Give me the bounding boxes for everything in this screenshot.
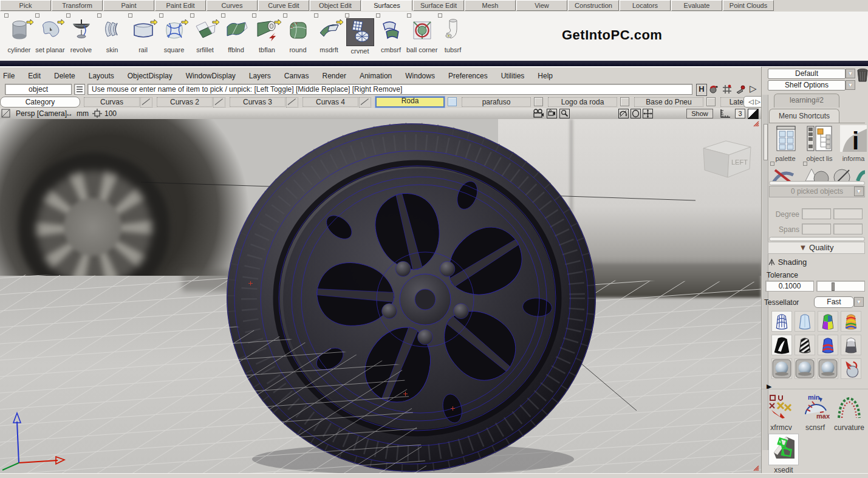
- tbflan-icon[interactable]: [254, 18, 281, 45]
- shelf-tab-flyout-icon[interactable]: [359, 97, 371, 108]
- shading-mode-patch-colors-icon[interactable]: [818, 311, 838, 332]
- scnsrf-icon[interactable]: minmax: [799, 394, 831, 423]
- picked-objects-arrow-icon[interactable]: ▼: [854, 186, 864, 196]
- menu-layers[interactable]: Layers: [242, 69, 278, 83]
- palette-tab-construction[interactable]: Construction: [568, 0, 619, 11]
- shading-mode-zebra-icon[interactable]: [795, 335, 815, 355]
- shading-mode-shaded-icon[interactable]: [795, 311, 815, 332]
- square-icon[interactable]: [161, 18, 188, 45]
- tool-rail[interactable]: rail: [128, 13, 159, 58]
- degree-field-u[interactable]: [802, 208, 831, 219]
- menu-render[interactable]: Render: [316, 69, 353, 83]
- viewport-camera-label[interactable]: Persp [Camera]: [16, 109, 67, 118]
- tool-round[interactable]: round: [282, 13, 313, 58]
- tubsrf-icon[interactable]: [440, 18, 466, 45]
- information-icon[interactable]: i: [838, 125, 868, 154]
- palette-icon[interactable]: [770, 125, 801, 154]
- tool-checkbox[interactable]: [159, 13, 163, 18]
- palette-tab-paint[interactable]: Paint: [103, 0, 154, 11]
- tool-set-planar[interactable]: set planar: [35, 13, 66, 58]
- palette-tab-curves[interactable]: Curves: [207, 0, 258, 11]
- tool-revolve[interactable]: revolve: [66, 13, 97, 58]
- menu-canvas[interactable]: Canvas: [278, 69, 316, 83]
- brush-icon[interactable]: [735, 84, 747, 95]
- menu-layouts[interactable]: Layouts: [82, 69, 121, 83]
- object-lister-icon[interactable]: [804, 125, 835, 154]
- menu-windows[interactable]: Windows: [398, 69, 442, 83]
- cmbsrf-icon[interactable]: [378, 18, 405, 45]
- shelf-tab-curvas-3[interactable]: Curvas 3: [230, 97, 285, 107]
- perspective-viewport[interactable]: LEFT: [0, 119, 761, 473]
- curvature-icon[interactable]: [833, 394, 865, 423]
- panel-divider[interactable]: [769, 237, 865, 241]
- tool-msdrft[interactable]: msdrft: [313, 13, 344, 58]
- cylinder-icon[interactable]: [6, 18, 33, 45]
- preset-dropdown-arrow-icon[interactable]: ▼: [846, 69, 855, 78]
- tool-cylinder[interactable]: cylinder: [4, 13, 35, 58]
- shelf-tab-checkbox[interactable]: [448, 97, 457, 106]
- palette-tab-object-edit[interactable]: Object Edit: [310, 0, 361, 11]
- prompt-input[interactable]: Use mouse or enter name of item to pick …: [87, 84, 692, 95]
- menu-preferences[interactable]: Preferences: [442, 69, 494, 83]
- frame-number-box[interactable]: 3: [735, 109, 745, 118]
- shading-mode-silhouette-icon[interactable]: [771, 335, 792, 355]
- shelf-tab-checkbox[interactable]: [534, 97, 543, 106]
- tool-tubsrf[interactable]: tubsrf: [437, 13, 468, 58]
- shading-section-header[interactable]: Shading: [768, 258, 807, 267]
- shelf-tab-curvas-4[interactable]: Curvas 4: [302, 97, 358, 107]
- viewport-resize-corner-icon[interactable]: [753, 121, 759, 127]
- tool-checkbox[interactable]: [221, 13, 225, 18]
- picked-objects-bar[interactable]: 0 picked objects: [769, 186, 865, 197]
- shelf-tab-curvas[interactable]: Curvas: [84, 97, 140, 107]
- menu-utilities[interactable]: Utilities: [494, 69, 531, 83]
- msdrft-icon[interactable]: [316, 18, 343, 45]
- history-toggle-button[interactable]: H: [696, 84, 707, 96]
- shelf-tab-flyout-icon[interactable]: [213, 97, 225, 108]
- viewport-resize-corner-icon[interactable]: [753, 465, 759, 471]
- tool-checkbox[interactable]: [66, 13, 70, 18]
- shading-mode-light-b-icon[interactable]: [795, 358, 815, 379]
- tool-checkbox[interactable]: [438, 13, 442, 18]
- tessellator-dropdown[interactable]: Fast: [814, 296, 854, 308]
- palette-tab-paint-edit[interactable]: Paint Edit: [155, 0, 206, 11]
- spans-field-u[interactable]: [802, 224, 831, 234]
- spans-field-v[interactable]: [833, 224, 863, 234]
- menu-delete[interactable]: Delete: [47, 69, 82, 83]
- show-button[interactable]: Show: [686, 109, 713, 118]
- trash-icon[interactable]: [856, 68, 868, 85]
- panel-tool-object-lister[interactable]: object lis: [804, 125, 835, 162]
- shelf-options-dropdown[interactable]: Shelf Options: [768, 80, 846, 90]
- tool-crvnet[interactable]: crvnet: [344, 13, 375, 58]
- rail-icon[interactable]: [130, 18, 157, 45]
- quality-section-header[interactable]: ▼ Quality: [768, 242, 865, 254]
- tessellator-arrow-icon[interactable]: ▼: [854, 297, 864, 307]
- panel-divider[interactable]: [769, 181, 865, 185]
- tool-curvature[interactable]: curvature: [833, 394, 865, 432]
- palette-tab-evaluate[interactable]: Evaluate: [671, 0, 722, 11]
- palette-tab-pick[interactable]: Pick: [0, 0, 51, 11]
- shading-mode-striped-iso-icon[interactable]: [841, 311, 861, 332]
- promptline-expand-icon[interactable]: ▷: [750, 83, 757, 94]
- shelf-tab-flyout-icon[interactable]: [140, 97, 152, 108]
- shelf-tab-checkbox[interactable]: [706, 97, 716, 106]
- promptline-history-icon[interactable]: [74, 84, 85, 95]
- tool-checkbox[interactable]: [35, 13, 39, 18]
- preset-dropdown[interactable]: Default: [768, 69, 846, 79]
- tool-checkbox[interactable]: [345, 13, 349, 18]
- tool-srfillet[interactable]: srfillet: [190, 13, 220, 58]
- panel-tool-palette[interactable]: palette: [770, 125, 801, 162]
- tolerance-input[interactable]: 0.1000: [765, 281, 814, 292]
- tab-learning[interactable]: learning#2: [774, 94, 839, 108]
- shading-mode-highlight-icon[interactable]: [818, 335, 838, 355]
- tool-cmbsrf[interactable]: cmbsrf: [375, 13, 406, 58]
- ffblnd-icon[interactable]: [223, 18, 250, 45]
- tool-checkbox[interactable]: [314, 13, 318, 18]
- set-planar-icon[interactable]: [37, 18, 64, 45]
- panel-tool-information[interactable]: i informa: [838, 125, 868, 162]
- palette-tab-surface-edit[interactable]: Surface Edit: [413, 0, 464, 11]
- tab-menu-shortcuts[interactable]: Menu Shortcuts: [769, 109, 839, 123]
- cv-marker[interactable]: [403, 392, 408, 396]
- shading-mode-spray-icon[interactable]: [841, 358, 861, 379]
- menu-help[interactable]: Help: [531, 69, 559, 83]
- tool-checkbox[interactable]: [128, 13, 132, 18]
